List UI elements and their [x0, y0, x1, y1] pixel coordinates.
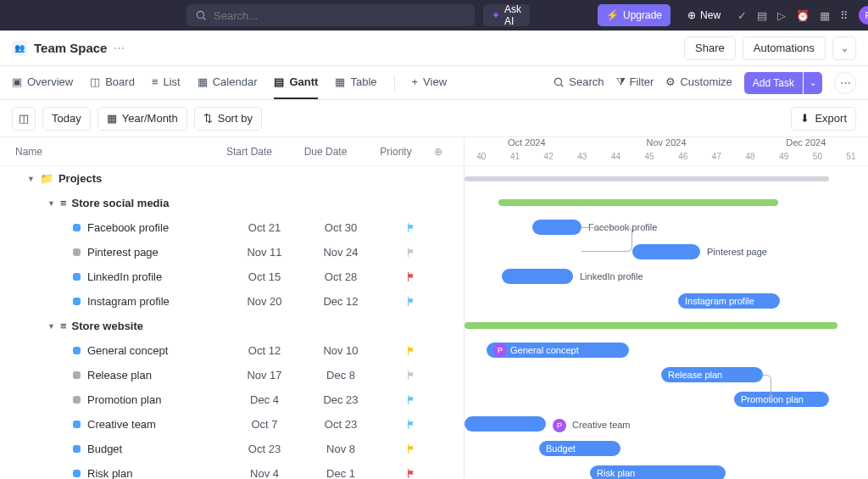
priority-cell[interactable] [379, 345, 443, 356]
task-bar[interactable] [632, 244, 700, 259]
due-date-cell[interactable]: Oct 30 [303, 221, 379, 234]
task-bar[interactable]: Instagram profile [678, 293, 780, 309]
due-date-cell[interactable]: Oct 23 [303, 418, 379, 431]
tab-table[interactable]: ▦Table [335, 66, 376, 99]
share-button[interactable]: Share [684, 36, 736, 60]
tab-list[interactable]: ≡List [152, 66, 181, 99]
start-date-cell[interactable]: Nov 11 [226, 246, 303, 259]
priority-cell[interactable] [379, 419, 443, 430]
task-row[interactable]: Instagram profile Nov 20 Dec 12 [0, 289, 464, 314]
add-task-button[interactable]: Add Task [744, 72, 803, 94]
task-row[interactable]: General concept Oct 12 Nov 10 [0, 338, 464, 363]
due-date-cell[interactable]: Dec 8 [303, 369, 379, 382]
due-date-cell[interactable]: Nov 8 [303, 443, 379, 455]
scale-select[interactable]: ▦Year/Month [97, 107, 187, 131]
priority-cell[interactable] [379, 247, 443, 258]
new-button[interactable]: ⊕ New [679, 4, 729, 26]
group-bar[interactable] [465, 322, 837, 329]
start-date-cell[interactable]: Nov 17 [226, 369, 303, 382]
sort-icon: ⇅ [203, 112, 213, 125]
tab-gantt[interactable]: ▤Gantt [274, 66, 318, 99]
due-date-cell[interactable]: Dec 12 [303, 295, 379, 308]
task-row[interactable]: Pinterest page Nov 11 Nov 24 [0, 240, 464, 265]
plus-icon: + [412, 75, 419, 88]
priority-cell[interactable] [379, 468, 443, 479]
start-date-cell[interactable]: Oct 23 [226, 443, 303, 455]
start-date-cell[interactable]: Oct 15 [226, 270, 303, 283]
topbar: ✦ Ask AI ⚡ Upgrade ⊕ New ✓ ▤ ▷ ⏰ ▦ ⠿ P [0, 0, 868, 31]
task-bar[interactable]: Promotion plan [734, 392, 829, 407]
automations-dropdown[interactable]: ⌄ [832, 36, 856, 60]
task-bar[interactable]: Budget [539, 441, 620, 456]
subgroup-website[interactable]: ▼ ≡ Store website [0, 314, 464, 338]
toolbar-customize[interactable]: ⚙Customize [665, 75, 732, 90]
tab-overview[interactable]: ▣Overview [12, 66, 73, 99]
task-row[interactable]: LinkedIn profile Oct 15 Oct 28 [0, 265, 464, 289]
start-date-cell[interactable]: Dec 4 [226, 393, 303, 406]
due-date-cell[interactable]: Oct 28 [303, 270, 379, 283]
due-date-cell[interactable]: Nov 10 [303, 344, 379, 357]
export-button[interactable]: ⬇Export [791, 107, 856, 131]
group-projects[interactable]: ▼ 📁 Projects [0, 166, 464, 191]
grid-icon[interactable]: ⠿ [840, 9, 849, 22]
add-column[interactable]: ⊕ [428, 146, 448, 158]
add-task-dropdown[interactable]: ⌄ [804, 72, 822, 94]
due-date-cell[interactable]: Nov 24 [303, 246, 379, 259]
start-date-cell[interactable]: Nov 4 [226, 467, 303, 479]
toolbar-filter[interactable]: ⧩Filter [616, 75, 654, 91]
task-row[interactable]: Facebook profile Oct 21 Oct 30 [0, 215, 464, 240]
calendar-icon: ▦ [107, 112, 117, 125]
priority-cell[interactable] [379, 394, 443, 405]
group-bar[interactable] [498, 199, 778, 206]
sort-button[interactable]: ⇅Sort by [194, 107, 262, 131]
panel-toggle[interactable]: ◫ [12, 107, 36, 131]
task-bar[interactable] [502, 269, 573, 284]
priority-cell[interactable] [379, 296, 443, 307]
timeline-panel[interactable]: Oct 2024Nov 2024Dec 2024 404142434445464… [465, 137, 868, 479]
task-bar[interactable] [465, 416, 546, 432]
tab-calendar[interactable]: ▦Calendar [198, 66, 258, 99]
download-icon: ⬇ [800, 112, 810, 125]
clipboard-icon[interactable]: ▤ [757, 9, 767, 22]
start-date-cell[interactable]: Oct 7 [226, 418, 303, 431]
video-icon[interactable]: ▷ [777, 9, 786, 22]
task-row[interactable]: Budget Oct 23 Nov 8 [0, 437, 464, 461]
task-name-label: Risk plan [87, 467, 132, 479]
task-bar[interactable]: Release plan [661, 367, 763, 382]
start-date-cell[interactable]: Oct 21 [226, 221, 303, 234]
task-bar[interactable]: PGeneral concept [487, 343, 629, 358]
task-row[interactable]: Risk plan Nov 4 Dec 1 [0, 461, 464, 479]
due-date-cell[interactable]: Dec 1 [303, 467, 379, 479]
priority-cell[interactable] [379, 443, 443, 454]
team-name[interactable]: Team Space [34, 41, 107, 55]
task-row[interactable]: Creative team Oct 7 Oct 23 [0, 412, 464, 437]
toolbar-search[interactable]: Search [553, 75, 604, 90]
task-row[interactable]: Promotion plan Dec 4 Dec 23 [0, 387, 464, 412]
tab-board[interactable]: ◫Board [90, 66, 135, 99]
scroll-range[interactable] [465, 176, 829, 181]
check-circle-icon[interactable]: ✓ [737, 9, 747, 22]
subgroup-social[interactable]: ▼ ≡ Store social media [0, 191, 464, 215]
more-options[interactable]: ⋯ [834, 72, 856, 94]
priority-cell[interactable] [379, 222, 443, 233]
more-icon[interactable]: ⋯ [114, 42, 125, 54]
user-avatar[interactable]: P [859, 6, 868, 25]
start-date-cell[interactable]: Nov 20 [226, 295, 303, 308]
automations-button[interactable]: Automations [743, 36, 826, 60]
task-bar[interactable]: Risk plan [590, 465, 726, 479]
ask-ai-button[interactable]: ✦ Ask AI [483, 4, 530, 26]
task-row[interactable]: Release plan Nov 17 Dec 8 [0, 363, 464, 387]
upgrade-button[interactable]: ⚡ Upgrade [598, 4, 670, 26]
start-date-cell[interactable]: Oct 12 [226, 344, 303, 357]
global-search[interactable] [186, 4, 475, 26]
due-date-cell[interactable]: Dec 23 [303, 393, 379, 406]
add-view-button[interactable]: +View [412, 66, 448, 99]
column-headers: Name Start Date Due Date Priority ⊕ [0, 137, 464, 166]
priority-cell[interactable] [379, 370, 443, 381]
doc-icon[interactable]: ▦ [820, 9, 830, 22]
priority-cell[interactable] [379, 271, 443, 282]
today-button[interactable]: Today [42, 107, 91, 131]
alarm-icon[interactable]: ⏰ [796, 9, 810, 22]
search-input[interactable] [214, 9, 466, 22]
task-bar[interactable] [532, 220, 581, 235]
